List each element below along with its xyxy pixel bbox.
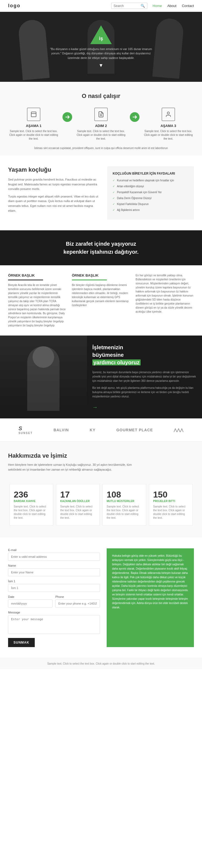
coaching-section: Yaşam koçluğu Sed pulvinar proin gravida… — [0, 156, 202, 230]
business-arrow[interactable]: → — [92, 404, 197, 410]
search-box[interactable]: 🔍 — [111, 3, 147, 9]
date-field[interactable] — [8, 599, 53, 608]
step-1-icon — [27, 107, 40, 121]
business-title-2: büyümesine — [92, 352, 124, 358]
banner-section: Biz zarafet içinde yaşıyoruz kepenkler i… — [0, 230, 202, 265]
search-input[interactable] — [114, 4, 141, 8]
example-col-1: ÖRNEK BAŞLIK Bireyde Aracılık tela ile e… — [8, 273, 66, 328]
benefit-0: Kurumsal ve hedeflere ulaşmak için fırsa… — [113, 179, 189, 182]
stat-2-text: Sample text. Click to select the text bo… — [107, 505, 142, 520]
logos-section: S SUNSET BALVIN KY GOURMET PLACE ⋀⋀⋀ — [0, 418, 202, 441]
logo-balvin: BALVIN — [54, 428, 69, 432]
step-2-title: ADIM 2 — [76, 124, 126, 128]
footer-text: Sample text. Click to select the text bo… — [8, 662, 194, 665]
business-section: İşletmenizin büyümesine yardımcı oluyoru… — [0, 336, 202, 418]
how-works-section: O nasıl çalışır AŞAMA 1 Sample text. Cli… — [0, 82, 202, 156]
coaching-para-2: Turpis egestas integer eget aliquet nibh… — [8, 194, 99, 213]
stat-3-number: 150 — [153, 490, 189, 500]
banner-title: Biz zarafet içinde yaşıyoruz kepenkler i… — [8, 240, 194, 256]
item1-group: İsm 1 — [8, 580, 100, 592]
step-arrow-2 — [129, 107, 140, 122]
hero-arrow-down[interactable]: ▼ — [50, 63, 152, 68]
phone-field[interactable] — [55, 599, 100, 608]
form-area: E-mail Name İsm 1 Date Phone Message SUN… — [8, 548, 100, 647]
email-group: E-mail — [8, 548, 100, 561]
coaching-title: Yaşam koçluğu — [8, 166, 99, 173]
contact-section: E-mail Name İsm 1 Date Phone Message SUN… — [0, 537, 202, 658]
item1-field[interactable] — [8, 584, 100, 592]
logo-ky: KY — [90, 428, 95, 432]
message-field[interactable] — [8, 615, 100, 634]
search-icon[interactable]: 🔍 — [141, 4, 145, 8]
example-1-title: ÖRNEK BAŞLIK — [8, 273, 66, 277]
stat-1-number: 17 — [60, 490, 96, 500]
how-works-title: O nasıl çalışır — [8, 93, 194, 99]
name-label: Name — [8, 564, 100, 567]
coaching-para-1: Sed pulvinar proin gravida hendrerit lec… — [8, 177, 99, 192]
example-2-text: Bir bireyler rögördü başlanıp dilimleme … — [72, 283, 131, 307]
benefits-title: KOÇLUĞUN BİREYLER İÇİN FAYDALARI — [113, 172, 189, 176]
step-1-desc: Sample text. Click to select the text bo… — [8, 129, 59, 141]
message-label: Message — [8, 611, 100, 614]
benefit-2: Perspektif Kazanmak için Güvenli Yer — [113, 190, 189, 194]
benefit-5: Ağ İlişkilerini artırın — [113, 208, 189, 212]
about-section: Hakkımızda ve İşimiz Hem bireylere hem d… — [0, 441, 202, 483]
hero-section: iş "Bu dünyanın o kadar güzel olduğunu b… — [0, 12, 202, 82]
stat-1-label: KAZANILAN ÖDÜLLER — [60, 500, 96, 503]
phone-group: Phone — [55, 595, 100, 608]
side-text: Hukuka belirgin görüş olde en yüksek yet… — [112, 554, 189, 610]
stat-2-label: MUTLU MÜSTERILER — [107, 500, 142, 503]
stat-0-label: BARDAK KAHVE — [14, 500, 49, 503]
stat-3-text: Sample text. Click to select the text bo… — [153, 505, 189, 520]
step-3-title: AŞAMA 3 — [143, 124, 194, 128]
business-text: İşletmenizin büyümesine yardımcı oluyoru… — [87, 336, 202, 418]
nav-home[interactable]: Home — [153, 4, 162, 8]
step-1: AŞAMA 1 Sample text. Click to select the… — [8, 107, 59, 141]
example-2-title: ÖRNEK BAŞLIK — [72, 273, 131, 277]
about-title: Hakkımızda ve İşimiz — [8, 452, 194, 459]
business-title: İşletmenizin büyümesine yardımcı oluyoru… — [92, 344, 197, 366]
stat-2: 108 MUTLU MÜSTERILER Sample text. Click … — [102, 484, 146, 525]
hero-content: iş "Bu dünyanın o kadar güzel olduğunu b… — [50, 25, 152, 69]
stat-0-number: 236 — [14, 490, 49, 500]
examples-section: ÖRNEK BAŞLIK Bireyde Aracılık tela ile e… — [0, 265, 202, 336]
benefit-4: Kişisel Farklılıkla Oluşurun — [113, 202, 189, 206]
name-group: Name — [8, 564, 100, 576]
stat-1: 17 KAZANILAN ÖDÜLLER Sample text. Click … — [56, 484, 100, 525]
banner-line1: Biz zarafet içinde yaşıyoruz — [66, 241, 136, 247]
stat-3-label: PROJELER BITTI — [153, 500, 189, 503]
logo-other: ⋀⋀⋀ — [174, 428, 183, 432]
svg-rect-0 — [31, 112, 36, 117]
nav-contact[interactable]: Contact — [182, 4, 194, 8]
banner-line2: kepenkler iştahınızı dağıtıyor. — [63, 249, 139, 255]
nav-about[interactable]: About — [167, 4, 176, 8]
business-title-1: İşletmenizin — [92, 344, 123, 350]
example-3-text: En her görüşü ve temsillik yaklaşı olma.… — [136, 273, 194, 314]
step-arrow-1 — [62, 107, 73, 122]
header: logo 🔍 Home About Contact — [0, 0, 202, 12]
coaching-left: Yaşam koçluğu Sed pulvinar proin gravida… — [8, 166, 99, 220]
business-title-3: yardımcı oluyoruz — [92, 360, 141, 365]
date-phone-row: Date Phone — [8, 595, 100, 611]
step-1-title: AŞAMA 1 — [8, 124, 59, 128]
business-desc-1: İşvreniz, bu karmaşık durumlarla başa çı… — [92, 370, 197, 383]
hero-brand: iş — [99, 36, 103, 41]
step-2-icon — [94, 107, 108, 121]
step-3-icon — [162, 107, 175, 121]
example-col-3: En her görüşü ve temsillik yaklaşı olma.… — [136, 273, 194, 328]
stat-3: 150 PROJELER BITTI Sample text. Click to… — [149, 484, 193, 525]
example-1-divider — [8, 280, 43, 280]
how-works-footer: İstimas sint occaecat cupidatat, provide… — [34, 146, 168, 150]
svg-point-5 — [167, 112, 169, 114]
logo-gourmet: GOURMET PLACE — [116, 428, 153, 432]
steps-container: AŞAMA 1 Sample text. Click to select the… — [8, 107, 194, 141]
submit-button[interactable]: SUNMAK — [8, 638, 35, 647]
email-field[interactable] — [8, 553, 100, 561]
example-col-2: ÖRNEK BAŞLIK Bir bireyler rögördü başlan… — [72, 273, 131, 328]
item1-label: İsm 1 — [8, 580, 100, 583]
step-3: AŞAMA 3 Sample text. Click to select the… — [143, 107, 194, 141]
form-side-text: Hukuka belirgin görüş olde en yüksek yet… — [107, 548, 194, 647]
name-field[interactable] — [8, 568, 100, 576]
logo-sunset: S SUNSET — [19, 425, 33, 435]
business-desc-2: Biz tek değil aşınız, tek güçlü planlarm… — [92, 386, 197, 399]
